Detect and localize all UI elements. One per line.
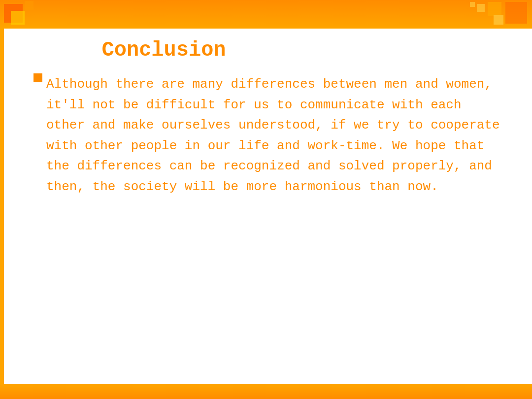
deco-square-tl-2 bbox=[11, 11, 25, 25]
deco-square-tr-1 bbox=[505, 2, 527, 24]
body-text-section: Although there are many differences betw… bbox=[33, 74, 507, 198]
left-accent bbox=[0, 29, 4, 384]
main-content: Conclusion Although there are many diffe… bbox=[4, 29, 532, 384]
bullet-icon bbox=[33, 73, 42, 82]
top-bar bbox=[0, 0, 532, 29]
deco-square-tl-3 bbox=[25, 1, 33, 10]
conclusion-paragraph: Although there are many differences betw… bbox=[46, 74, 507, 198]
bottom-bar bbox=[0, 384, 532, 399]
deco-square-tr-2 bbox=[488, 2, 501, 16]
deco-square-tr-5 bbox=[470, 2, 475, 7]
deco-square-tr-3 bbox=[494, 15, 503, 25]
deco-square-tr-4 bbox=[477, 4, 485, 12]
slide-title: Conclusion bbox=[33, 38, 294, 62]
